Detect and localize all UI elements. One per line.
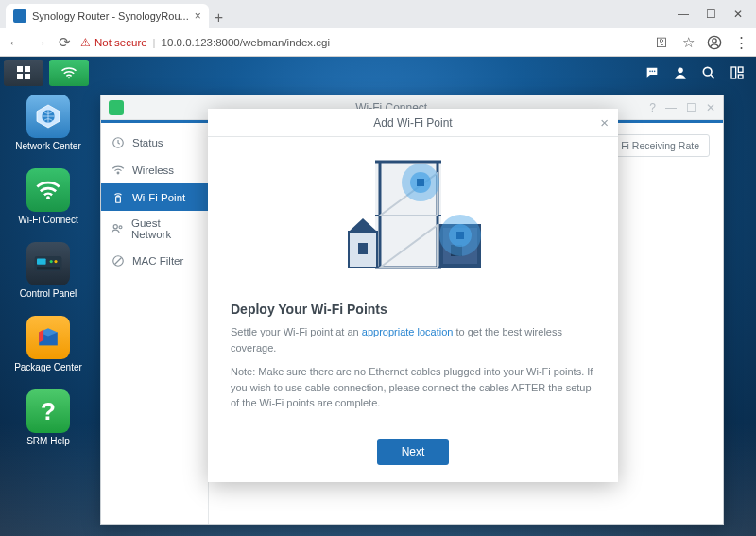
profile-icon[interactable] [707,35,722,50]
search-icon[interactable] [701,65,716,80]
not-secure-badge[interactable]: ⚠ Not secure [80,36,147,49]
svg-rect-19 [37,267,60,269]
svg-point-21 [117,172,119,174]
add-wifi-point-dialog: Add Wi-Fi Point × [208,109,618,482]
svg-rect-46 [456,232,464,239]
wifi-point-icon [111,190,125,204]
svg-point-7 [703,67,712,76]
new-tab-button[interactable]: + [209,9,228,28]
svg-rect-9 [731,67,736,78]
next-button[interactable]: Next [377,439,450,465]
not-secure-text: Not secure [94,37,147,48]
label: Control Panel [20,288,77,299]
label: SRM Help [26,436,70,446]
desktop-control-panel[interactable]: Control Panel [11,242,85,299]
desktop-network-center[interactable]: Network Center [11,95,85,151]
sidenav-status[interactable]: Status [101,129,208,156]
reload-icon[interactable]: ⟳ [59,34,71,51]
svg-point-24 [119,226,122,229]
bookmark-star-icon[interactable]: ☆ [680,34,696,51]
label: Status [132,137,163,148]
label: MAC Filter [132,255,183,267]
wifi-icon [35,180,61,200]
browser-tab-strip: Synology Router - SynologyRou... × + — ☐… [0,0,756,28]
text: Settle your Wi-Fi point at an [231,326,362,337]
svg-point-2 [68,77,70,78]
sidenav-mac-filter[interactable]: MAC Filter [101,247,208,274]
back-icon[interactable]: ← [8,34,22,51]
label: Guest Network [131,217,198,240]
apps-button[interactable] [4,60,43,86]
user-icon[interactable] [673,65,688,80]
menu-icon[interactable]: ⋮ [733,34,748,51]
forward-icon[interactable]: → [33,34,47,51]
svg-rect-43 [417,179,424,186]
sidenav-wifi-point[interactable]: Wi-Fi Point [101,183,208,211]
close-tab-icon[interactable]: × [195,9,201,23]
filter-icon [111,253,125,268]
help-icon[interactable]: ? [649,101,656,114]
nav-buttons: ← → ⟳ [8,34,71,51]
svg-point-23 [113,225,117,229]
dialog-footer: Next [208,425,618,482]
close-window-icon[interactable]: ✕ [733,8,743,21]
maximize-icon[interactable]: ☐ [686,101,696,114]
taskbar-wifi-connect[interactable] [49,60,89,86]
window-controls: — ☐ ✕ [670,4,750,28]
guest-icon [111,222,124,236]
svg-point-4 [652,71,654,73]
clock-icon [111,135,125,149]
sidenav-wireless[interactable]: Wireless [101,156,208,183]
svg-rect-11 [738,75,743,78]
dialog-note: Note: Make sure there are no Ethernet ca… [231,364,595,411]
desktop-srm-help[interactable]: ? SRM Help [11,389,85,446]
widgets-icon[interactable] [730,65,745,80]
svg-point-1 [713,38,716,42]
chat-icon[interactable] [644,65,660,80]
wifi-icon [111,163,125,177]
svg-rect-37 [358,243,368,254]
dialog-illustration [208,137,618,298]
label: Wi-Fi Point [132,192,185,203]
network-center-icon [34,102,62,130]
dialog-line1: Settle your Wi-Fi point at an appropriat… [231,324,595,355]
label: Wi-Fi Connect [18,215,77,225]
desktop-package-center[interactable]: Package Center [11,316,85,372]
url-text: 10.0.0.123:8000/webman/index.cgi [162,37,330,48]
svg-line-26 [114,257,121,264]
svg-point-5 [654,71,656,73]
dialog-title: Add Wi-Fi Point [373,116,452,130]
tab-title: Synology Router - SynologyRou... [32,10,189,22]
svg-rect-16 [37,258,46,264]
warning-icon: ⚠ [80,36,91,49]
svg-point-18 [54,260,57,263]
wifi-icon [60,66,77,79]
svg-point-6 [678,68,683,74]
browser-tab[interactable]: Synology Router - SynologyRou... × [6,4,209,28]
appropriate-location-link[interactable]: appropriate location [362,326,454,337]
minimize-icon[interactable]: — [678,8,689,21]
label: Package Center [14,362,82,372]
address-bar[interactable]: ⚠ Not secure | 10.0.0.123:8000/webman/in… [80,36,644,49]
close-icon[interactable]: ✕ [706,101,715,114]
desktop-icons: Network Center Wi-Fi Connect Control Pan… [11,95,85,446]
app-icon [109,100,124,115]
dialog-heading: Deploy Your Wi-Fi Points [231,302,595,317]
svg-rect-10 [738,67,743,72]
label: Network Center [15,141,80,151]
maximize-icon[interactable]: ☐ [706,8,716,21]
side-nav: Status Wireless Wi-Fi Point Guest Networ… [101,123,209,524]
toolbar-right: ⚿ ☆ ⋮ [654,34,748,51]
desktop-wifi-connect[interactable]: Wi-Fi Connect [11,168,85,225]
key-icon[interactable]: ⚿ [654,36,669,49]
sidenav-guest-network[interactable]: Guest Network [101,211,208,247]
divider: | [153,37,156,48]
srm-desktop: Network Center Wi-Fi Connect Control Pan… [0,57,756,536]
dialog-body: Deploy Your Wi-Fi Points Settle your Wi-… [208,298,618,420]
svg-point-17 [50,260,53,263]
close-icon[interactable]: × [600,114,609,130]
browser-toolbar: ← → ⟳ ⚠ Not secure | 10.0.0.123:8000/web… [0,28,756,57]
minimize-icon[interactable]: — [665,101,677,114]
label: Wi-Fi Receiving Rate [606,140,699,151]
package-center-icon [35,324,61,351]
